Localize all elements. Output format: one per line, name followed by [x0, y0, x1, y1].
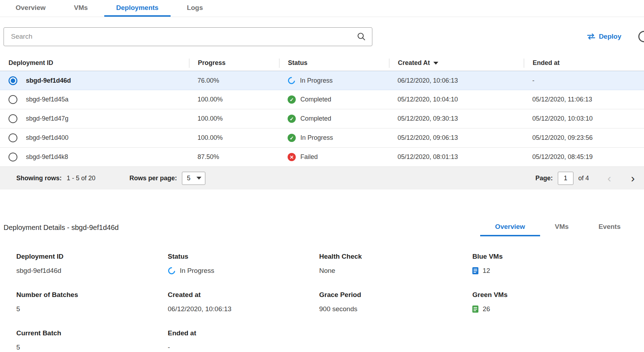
- created-at-cell: 05/12/2020, 09:30:13: [389, 115, 524, 122]
- ended-at-cell: 05/12/2020, 10:03:10: [524, 115, 644, 122]
- progress-cell: 87.50%: [189, 153, 279, 161]
- page-input[interactable]: [558, 172, 573, 185]
- column-label: Ended at: [533, 59, 560, 67]
- blue-vms-icon: [472, 267, 478, 274]
- tab-logs[interactable]: Logs: [175, 0, 215, 17]
- field-grace-period: Grace Period 900 seconds: [319, 291, 472, 314]
- column-label: Progress: [198, 59, 226, 67]
- search-box: [4, 27, 372, 46]
- status-label: In Progress: [180, 267, 214, 275]
- chevron-left-icon[interactable]: ‹: [607, 172, 611, 184]
- table-row[interactable]: sbgd-9ef1d47g 100.00% Completed 05/12/20…: [0, 109, 644, 128]
- field-ended-at: Ended at -: [168, 329, 319, 352]
- field-label: Blue VMs: [472, 253, 635, 260]
- status-in-progress-icon: [167, 266, 177, 276]
- search-input[interactable]: [4, 27, 372, 46]
- field-blue-vms: Blue VMs 12: [472, 253, 635, 275]
- chevron-right-icon[interactable]: ›: [631, 172, 635, 184]
- ended-at-cell: 05/12/2020, 08:45:19: [524, 153, 644, 161]
- column-created-at[interactable]: Created At: [389, 59, 524, 68]
- field-value: 06/12/2020, 10:06:13: [168, 304, 319, 314]
- status-label: In Progress: [300, 77, 333, 84]
- tab-vms[interactable]: VMs: [62, 0, 100, 17]
- column-label: Created At: [398, 59, 430, 67]
- field-value: -: [168, 343, 319, 352]
- field-value: 5: [16, 343, 168, 352]
- table-header: Deployment ID Progress Status Created At…: [0, 55, 644, 71]
- green-vms-count: 26: [483, 305, 490, 313]
- table-footer: Showing rows: 1 - 5 of 20 Rows per page:…: [0, 167, 644, 189]
- column-label: Status: [288, 59, 307, 67]
- field-label: Number of Batches: [16, 291, 168, 299]
- status-completed-icon: [288, 115, 296, 123]
- progress-cell: 100.00%: [189, 115, 279, 122]
- deployment-id: sbgd-9ef1d400: [26, 134, 68, 142]
- table-row[interactable]: sbgd-9ef1d400 100.00% In Progress 05/12/…: [0, 128, 644, 148]
- search-icon[interactable]: [357, 32, 366, 41]
- clipped-circle-icon[interactable]: [638, 31, 644, 42]
- field-value: In Progress: [168, 266, 319, 275]
- status-label: Failed: [300, 153, 318, 161]
- status-failed-icon: [288, 153, 296, 161]
- row-radio[interactable]: [9, 114, 17, 123]
- field-value: 26: [472, 304, 635, 314]
- rows-per-page-value: 5: [187, 175, 190, 182]
- deployment-id: sbgd-9ef1d47g: [26, 115, 68, 122]
- select-caret-icon: [196, 177, 201, 180]
- field-value: None: [319, 266, 472, 275]
- field-green-vms: Green VMs 26: [472, 291, 635, 314]
- green-vms-icon: [472, 306, 478, 313]
- field-label: Grace Period: [319, 291, 472, 299]
- details-title: Deployment Details - sbgd-9ef1d46d: [4, 224, 119, 232]
- showing-rows-value: 1 - 5 of 20: [67, 175, 95, 182]
- ended-at-cell: 05/12/2020, 11:06:13: [524, 96, 644, 103]
- column-deployment-id: Deployment ID: [0, 59, 189, 68]
- table-row[interactable]: sbgd-9ef1d46d 76.00% In Progress 06/12/2…: [0, 71, 644, 90]
- rows-per-page-label: Rows per page:: [129, 175, 177, 182]
- field-number-of-batches: Number of Batches 5: [16, 291, 168, 314]
- status-completed-icon: [288, 134, 296, 142]
- rows-per-page-select[interactable]: 5: [182, 172, 205, 185]
- sort-desc-icon: [433, 62, 438, 65]
- created-at-cell: 05/12/2020, 09:06:13: [389, 134, 524, 142]
- column-label: Deployment ID: [9, 59, 53, 67]
- details-tab-vms[interactable]: VMs: [540, 219, 584, 236]
- field-value: sbgd-9ef1d46d: [16, 266, 168, 275]
- field-value: 900 seconds: [319, 304, 472, 314]
- main-tab-bar: Overview VMs Deployments Logs: [0, 0, 644, 17]
- details-tab-bar: Overview VMs Events: [480, 219, 635, 236]
- progress-cell: 76.00%: [189, 77, 279, 84]
- column-ended-at: Ended at: [524, 59, 644, 68]
- status-label: Completed: [300, 96, 331, 103]
- row-radio[interactable]: [9, 76, 17, 85]
- status-label: Completed: [300, 115, 331, 122]
- details-tab-events[interactable]: Events: [584, 219, 635, 236]
- row-radio[interactable]: [9, 153, 17, 161]
- table-row[interactable]: sbgd-9ef1d4k8 87.50% Failed 05/12/2020, …: [0, 148, 644, 167]
- field-deployment-id: Deployment ID sbgd-9ef1d46d: [16, 253, 168, 275]
- field-label: Green VMs: [472, 291, 635, 299]
- field-status: Status In Progress: [168, 253, 319, 275]
- status-label: In Progress: [300, 134, 333, 142]
- tab-overview[interactable]: Overview: [4, 0, 58, 17]
- ended-at-cell: -: [524, 77, 644, 84]
- deploy-label: Deploy: [599, 33, 621, 40]
- progress-cell: 100.00%: [189, 96, 279, 103]
- deploy-button[interactable]: Deploy: [587, 33, 621, 40]
- field-current-batch: Current Batch 5: [16, 329, 168, 352]
- showing-rows-label: Showing rows:: [16, 175, 62, 182]
- row-radio[interactable]: [9, 95, 17, 104]
- tab-deployments[interactable]: Deployments: [104, 0, 171, 17]
- deployment-id: sbgd-9ef1d4k8: [26, 153, 68, 161]
- field-label: Health Check: [319, 253, 472, 260]
- table-row[interactable]: sbgd-9ef1d45a 100.00% Completed 05/12/20…: [0, 90, 644, 109]
- row-radio[interactable]: [9, 133, 17, 142]
- column-status: Status: [279, 59, 389, 68]
- status-completed-icon: [288, 95, 296, 104]
- deployment-id: sbgd-9ef1d46d: [26, 77, 71, 84]
- details-fields-grid: Deployment ID sbgd-9ef1d46d Status In Pr…: [4, 253, 635, 352]
- field-value: 5: [16, 304, 168, 314]
- details-tab-overview[interactable]: Overview: [480, 219, 540, 236]
- field-health-check: Health Check None: [319, 253, 472, 275]
- blue-vms-count: 12: [483, 267, 490, 275]
